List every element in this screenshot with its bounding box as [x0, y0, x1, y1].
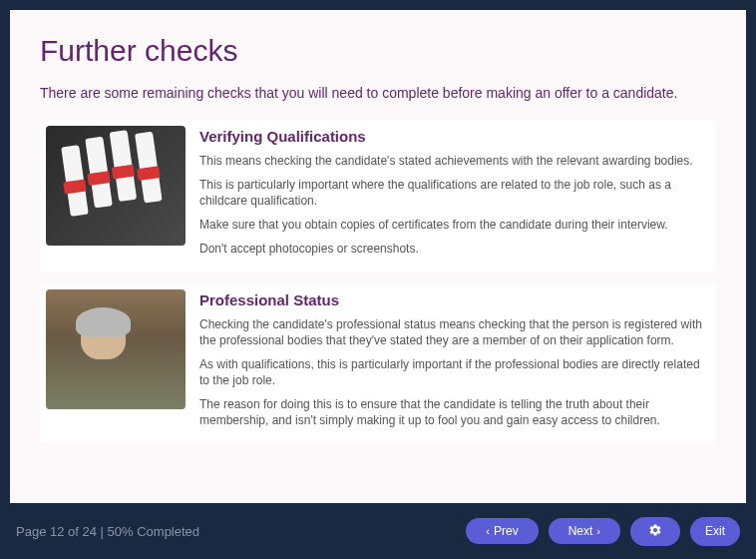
card-text: Checking the candidate's professional st…: [199, 316, 702, 348]
card-text: This means checking the candidate's stat…: [199, 153, 702, 169]
next-button[interactable]: Next ›: [549, 518, 620, 544]
nav-buttons: ‹ Prev Next ›: [466, 518, 620, 544]
settings-button[interactable]: [630, 517, 680, 546]
page-intro: There are some remaining checks that you…: [40, 84, 716, 104]
card-body: Verifying Qualifications This means chec…: [199, 126, 710, 266]
card-verifying-qualifications: Verifying Qualifications This means chec…: [40, 120, 716, 272]
card-professional-status: Professional Status Checking the candida…: [40, 283, 716, 443]
next-label: Next: [568, 524, 593, 538]
card-text: Make sure that you obtain copies of cert…: [199, 217, 702, 233]
footer: Page 12 of 24 | 50% Completed ‹ Prev Nex…: [0, 503, 756, 559]
card-text: The reason for doing this is to ensure t…: [199, 396, 702, 428]
card-image-person: [46, 289, 186, 409]
card-image-diplomas: [46, 126, 186, 246]
card-text: This is particularly important where the…: [199, 177, 702, 209]
content-area: Further checks There are some remaining …: [10, 10, 746, 503]
exit-label: Exit: [705, 524, 725, 538]
card-title: Verifying Qualifications: [199, 128, 702, 145]
page-status: Page 12 of 24 | 50% Completed: [16, 524, 199, 539]
prev-button[interactable]: ‹ Prev: [466, 518, 538, 544]
card-title: Professional Status: [199, 291, 702, 308]
page-title: Further checks: [40, 34, 716, 68]
right-buttons: Exit: [630, 517, 740, 546]
chevron-left-icon: ‹: [486, 525, 490, 537]
card-text: Don't accept photocopies or screenshots.: [199, 241, 702, 257]
exit-button[interactable]: Exit: [690, 517, 740, 546]
card-text: As with qualifications, this is particul…: [199, 356, 702, 388]
gear-icon: [648, 523, 662, 540]
chevron-right-icon: ›: [596, 525, 600, 537]
card-body: Professional Status Checking the candida…: [199, 289, 710, 437]
prev-label: Prev: [494, 524, 519, 538]
